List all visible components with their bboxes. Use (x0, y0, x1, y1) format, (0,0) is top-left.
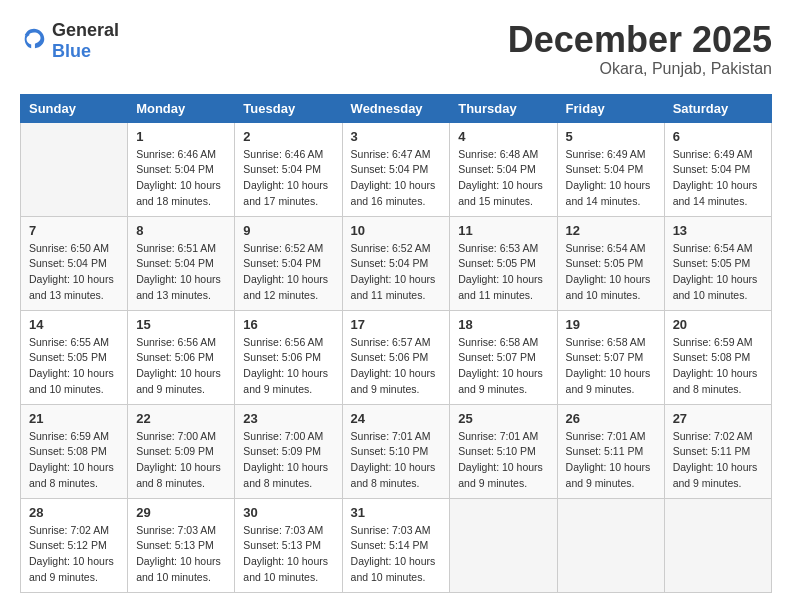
day-number: 11 (458, 223, 548, 238)
calendar-cell: 22Sunrise: 7:00 AMSunset: 5:09 PMDayligh… (128, 404, 235, 498)
day-info: Sunrise: 6:59 AMSunset: 5:08 PMDaylight:… (673, 335, 763, 398)
day-number: 10 (351, 223, 442, 238)
day-info: Sunrise: 6:49 AMSunset: 5:04 PMDaylight:… (673, 147, 763, 210)
column-header-wednesday: Wednesday (342, 94, 450, 122)
day-number: 12 (566, 223, 656, 238)
day-info: Sunrise: 7:01 AMSunset: 5:11 PMDaylight:… (566, 429, 656, 492)
calendar-cell (450, 498, 557, 592)
day-number: 28 (29, 505, 119, 520)
calendar-cell: 21Sunrise: 6:59 AMSunset: 5:08 PMDayligh… (21, 404, 128, 498)
calendar-cell: 1Sunrise: 6:46 AMSunset: 5:04 PMDaylight… (128, 122, 235, 216)
day-info: Sunrise: 7:03 AMSunset: 5:13 PMDaylight:… (136, 523, 226, 586)
day-number: 14 (29, 317, 119, 332)
calendar-cell: 19Sunrise: 6:58 AMSunset: 5:07 PMDayligh… (557, 310, 664, 404)
calendar-cell: 5Sunrise: 6:49 AMSunset: 5:04 PMDaylight… (557, 122, 664, 216)
day-info: Sunrise: 6:52 AMSunset: 5:04 PMDaylight:… (243, 241, 333, 304)
calendar-week-row: 14Sunrise: 6:55 AMSunset: 5:05 PMDayligh… (21, 310, 772, 404)
day-number: 27 (673, 411, 763, 426)
day-info: Sunrise: 6:57 AMSunset: 5:06 PMDaylight:… (351, 335, 442, 398)
calendar-week-row: 1Sunrise: 6:46 AMSunset: 5:04 PMDaylight… (21, 122, 772, 216)
logo: General Blue (20, 20, 119, 62)
day-number: 2 (243, 129, 333, 144)
calendar-cell: 26Sunrise: 7:01 AMSunset: 5:11 PMDayligh… (557, 404, 664, 498)
day-number: 9 (243, 223, 333, 238)
calendar-cell: 23Sunrise: 7:00 AMSunset: 5:09 PMDayligh… (235, 404, 342, 498)
title-area: December 2025 Okara, Punjab, Pakistan (508, 20, 772, 78)
day-number: 30 (243, 505, 333, 520)
day-number: 26 (566, 411, 656, 426)
day-info: Sunrise: 6:54 AMSunset: 5:05 PMDaylight:… (566, 241, 656, 304)
calendar-cell: 4Sunrise: 6:48 AMSunset: 5:04 PMDaylight… (450, 122, 557, 216)
day-number: 1 (136, 129, 226, 144)
calendar-cell: 27Sunrise: 7:02 AMSunset: 5:11 PMDayligh… (664, 404, 771, 498)
column-header-saturday: Saturday (664, 94, 771, 122)
column-header-tuesday: Tuesday (235, 94, 342, 122)
day-info: Sunrise: 7:01 AMSunset: 5:10 PMDaylight:… (351, 429, 442, 492)
day-info: Sunrise: 7:03 AMSunset: 5:13 PMDaylight:… (243, 523, 333, 586)
calendar-cell: 14Sunrise: 6:55 AMSunset: 5:05 PMDayligh… (21, 310, 128, 404)
logo-icon (20, 25, 48, 53)
day-number: 23 (243, 411, 333, 426)
day-number: 21 (29, 411, 119, 426)
calendar-cell (557, 498, 664, 592)
calendar-cell: 18Sunrise: 6:58 AMSunset: 5:07 PMDayligh… (450, 310, 557, 404)
column-header-sunday: Sunday (21, 94, 128, 122)
calendar-cell: 25Sunrise: 7:01 AMSunset: 5:10 PMDayligh… (450, 404, 557, 498)
day-info: Sunrise: 6:56 AMSunset: 5:06 PMDaylight:… (136, 335, 226, 398)
day-number: 18 (458, 317, 548, 332)
day-info: Sunrise: 7:00 AMSunset: 5:09 PMDaylight:… (136, 429, 226, 492)
calendar-cell: 10Sunrise: 6:52 AMSunset: 5:04 PMDayligh… (342, 216, 450, 310)
day-info: Sunrise: 6:46 AMSunset: 5:04 PMDaylight:… (243, 147, 333, 210)
calendar-cell: 2Sunrise: 6:46 AMSunset: 5:04 PMDaylight… (235, 122, 342, 216)
day-number: 22 (136, 411, 226, 426)
calendar-cell: 28Sunrise: 7:02 AMSunset: 5:12 PMDayligh… (21, 498, 128, 592)
day-info: Sunrise: 6:52 AMSunset: 5:04 PMDaylight:… (351, 241, 442, 304)
day-info: Sunrise: 7:00 AMSunset: 5:09 PMDaylight:… (243, 429, 333, 492)
day-number: 25 (458, 411, 548, 426)
day-info: Sunrise: 6:51 AMSunset: 5:04 PMDaylight:… (136, 241, 226, 304)
day-number: 20 (673, 317, 763, 332)
calendar-cell: 15Sunrise: 6:56 AMSunset: 5:06 PMDayligh… (128, 310, 235, 404)
calendar-cell: 6Sunrise: 6:49 AMSunset: 5:04 PMDaylight… (664, 122, 771, 216)
day-info: Sunrise: 6:49 AMSunset: 5:04 PMDaylight:… (566, 147, 656, 210)
day-info: Sunrise: 7:03 AMSunset: 5:14 PMDaylight:… (351, 523, 442, 586)
month-title: December 2025 (508, 20, 772, 60)
day-info: Sunrise: 6:58 AMSunset: 5:07 PMDaylight:… (566, 335, 656, 398)
day-number: 7 (29, 223, 119, 238)
day-info: Sunrise: 6:55 AMSunset: 5:05 PMDaylight:… (29, 335, 119, 398)
column-header-friday: Friday (557, 94, 664, 122)
day-number: 17 (351, 317, 442, 332)
calendar-cell: 31Sunrise: 7:03 AMSunset: 5:14 PMDayligh… (342, 498, 450, 592)
day-info: Sunrise: 6:58 AMSunset: 5:07 PMDaylight:… (458, 335, 548, 398)
calendar-cell: 16Sunrise: 6:56 AMSunset: 5:06 PMDayligh… (235, 310, 342, 404)
day-number: 8 (136, 223, 226, 238)
day-info: Sunrise: 6:59 AMSunset: 5:08 PMDaylight:… (29, 429, 119, 492)
calendar-week-row: 7Sunrise: 6:50 AMSunset: 5:04 PMDaylight… (21, 216, 772, 310)
day-info: Sunrise: 7:02 AMSunset: 5:12 PMDaylight:… (29, 523, 119, 586)
day-number: 31 (351, 505, 442, 520)
calendar-cell: 13Sunrise: 6:54 AMSunset: 5:05 PMDayligh… (664, 216, 771, 310)
day-number: 4 (458, 129, 548, 144)
day-number: 29 (136, 505, 226, 520)
day-info: Sunrise: 6:47 AMSunset: 5:04 PMDaylight:… (351, 147, 442, 210)
page-header: General Blue December 2025 Okara, Punjab… (20, 20, 772, 78)
day-number: 16 (243, 317, 333, 332)
calendar-header-row: SundayMondayTuesdayWednesdayThursdayFrid… (21, 94, 772, 122)
calendar-cell: 30Sunrise: 7:03 AMSunset: 5:13 PMDayligh… (235, 498, 342, 592)
calendar-cell: 29Sunrise: 7:03 AMSunset: 5:13 PMDayligh… (128, 498, 235, 592)
day-number: 3 (351, 129, 442, 144)
location: Okara, Punjab, Pakistan (508, 60, 772, 78)
day-info: Sunrise: 6:48 AMSunset: 5:04 PMDaylight:… (458, 147, 548, 210)
calendar-week-row: 28Sunrise: 7:02 AMSunset: 5:12 PMDayligh… (21, 498, 772, 592)
logo-blue: Blue (52, 41, 91, 61)
calendar-week-row: 21Sunrise: 6:59 AMSunset: 5:08 PMDayligh… (21, 404, 772, 498)
day-info: Sunrise: 6:50 AMSunset: 5:04 PMDaylight:… (29, 241, 119, 304)
day-info: Sunrise: 6:46 AMSunset: 5:04 PMDaylight:… (136, 147, 226, 210)
day-number: 6 (673, 129, 763, 144)
day-info: Sunrise: 7:01 AMSunset: 5:10 PMDaylight:… (458, 429, 548, 492)
calendar-cell: 24Sunrise: 7:01 AMSunset: 5:10 PMDayligh… (342, 404, 450, 498)
column-header-thursday: Thursday (450, 94, 557, 122)
calendar-cell (664, 498, 771, 592)
calendar-cell: 20Sunrise: 6:59 AMSunset: 5:08 PMDayligh… (664, 310, 771, 404)
calendar-table: SundayMondayTuesdayWednesdayThursdayFrid… (20, 94, 772, 593)
